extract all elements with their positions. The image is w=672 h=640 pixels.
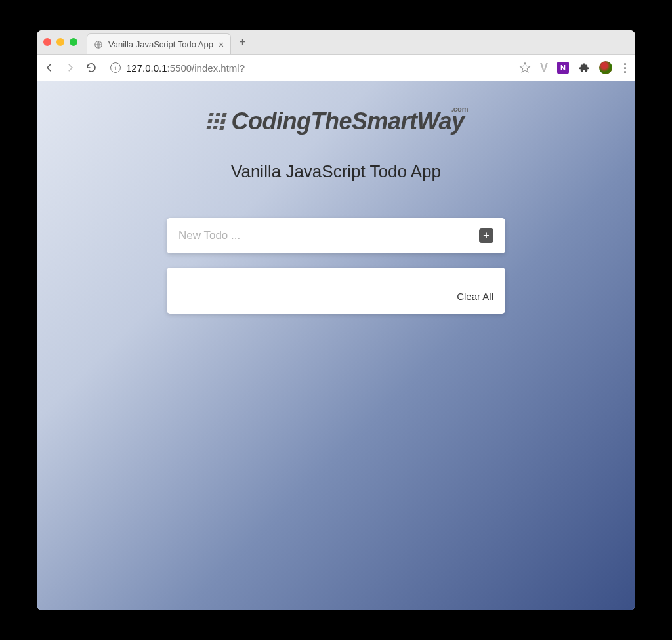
- toolbar: i 127.0.0.1:5500/index.html? V N: [37, 55, 635, 81]
- new-todo-input[interactable]: [178, 229, 472, 242]
- site-info-icon[interactable]: i: [110, 62, 121, 73]
- add-todo-button[interactable]: +: [479, 228, 494, 243]
- vue-devtools-icon[interactable]: V: [540, 61, 548, 75]
- new-todo-card: +: [167, 218, 505, 253]
- close-window-button[interactable]: [43, 38, 51, 46]
- browser-menu-icon[interactable]: [621, 63, 629, 73]
- logo-text: CodingTheSmartWay: [232, 108, 465, 135]
- extensions-icon[interactable]: [578, 62, 590, 74]
- minimize-window-button[interactable]: [56, 38, 64, 46]
- toolbar-extensions: V N: [519, 61, 629, 75]
- url-path: :5500/index.html?: [167, 62, 245, 74]
- traffic-lights: [43, 38, 77, 46]
- browser-tab[interactable]: Vanilla JavaScript Todo App ×: [87, 33, 231, 54]
- site-logo: CodingTheSmartWay .com: [208, 108, 465, 135]
- url-text: 127.0.0.1:5500/index.html?: [126, 62, 245, 74]
- back-button[interactable]: [43, 62, 55, 74]
- page-title: Vanilla JavaScript Todo App: [231, 161, 441, 182]
- bookmark-star-icon[interactable]: [519, 62, 531, 74]
- logo-suffix: .com: [452, 105, 469, 113]
- profile-avatar-icon[interactable]: [599, 61, 612, 74]
- logo-mark-icon: [206, 113, 227, 130]
- new-tab-button[interactable]: +: [239, 36, 246, 48]
- url-host: 127.0.0.1: [126, 62, 167, 74]
- plus-icon: +: [483, 230, 489, 242]
- forward-button[interactable]: [64, 62, 76, 74]
- maximize-window-button[interactable]: [70, 38, 77, 46]
- page-viewport: CodingTheSmartWay .com Vanilla JavaScrip…: [37, 81, 635, 610]
- tab-title: Vanilla JavaScript Todo App: [108, 39, 213, 49]
- browser-window: Vanilla JavaScript Todo App × + i 127.0.…: [37, 30, 635, 610]
- clear-all-button[interactable]: Clear All: [457, 291, 494, 302]
- address-bar[interactable]: i 127.0.0.1:5500/index.html?: [106, 62, 510, 74]
- onenote-extension-icon[interactable]: N: [557, 62, 569, 74]
- reload-button[interactable]: [85, 62, 97, 74]
- titlebar: Vanilla JavaScript Todo App × +: [37, 30, 635, 55]
- close-tab-icon[interactable]: ×: [219, 39, 224, 50]
- todo-list-card: Clear All: [167, 268, 505, 314]
- globe-icon: [94, 40, 103, 49]
